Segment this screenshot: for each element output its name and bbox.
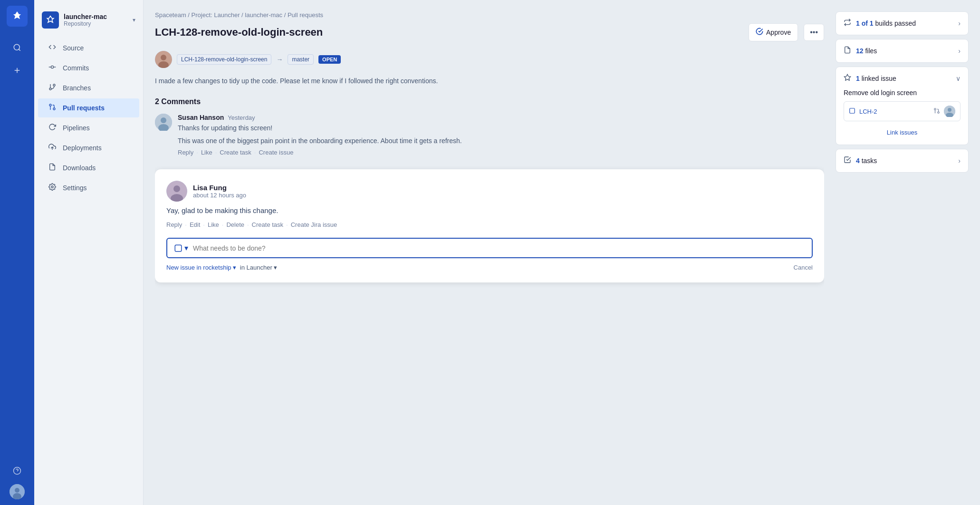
sidebar-item-branches[interactable]: Branches — [38, 78, 139, 97]
approve-check-icon — [756, 28, 763, 37]
sidebar-label-downloads: Downloads — [63, 164, 96, 172]
sidebar-label-settings: Settings — [63, 184, 87, 192]
svg-point-3 — [15, 488, 19, 493]
comment-time-lisa: about 12 hours ago — [193, 192, 246, 199]
task-repo-selector[interactable]: in Launcher ▾ — [238, 264, 277, 271]
cancel-button[interactable]: Cancel — [794, 264, 813, 271]
linked-issue-chevron-icon[interactable]: ∨ — [956, 75, 961, 82]
builds-text: 1 of 1 builds passed — [856, 19, 916, 27]
pull-requests-icon — [48, 103, 57, 113]
main-content: Spaceteam / Project: Launcher / launcher… — [144, 0, 980, 505]
branches-icon — [48, 83, 57, 93]
task-chevron-icon: ▾ — [184, 243, 188, 252]
approve-button[interactable]: Approve — [749, 23, 798, 41]
task-project-selector[interactable]: New issue in rocketship ▾ — [166, 264, 236, 271]
reply-action[interactable]: Reply — [178, 149, 193, 156]
pr-status-badge: OPEN — [318, 55, 341, 64]
sidebar-label-source: Source — [63, 44, 84, 52]
user-avatar-icon[interactable] — [10, 484, 25, 499]
tasks-chevron-icon: › — [958, 157, 961, 165]
pr-header: LCH-128-remove-old-login-screen Approve … — [155, 23, 824, 41]
add-icon[interactable] — [8, 61, 27, 80]
pr-author-avatar — [155, 51, 172, 68]
sidebar-item-settings[interactable]: Settings — [38, 178, 139, 197]
like-action[interactable]: Like — [201, 149, 212, 156]
comment-text-lisa: Yay, glad to be making this change. — [166, 206, 813, 214]
comment-text-1: Thanks for updating this screen! — [178, 123, 824, 133]
create-task-action[interactable]: Create task — [220, 149, 251, 156]
susan-avatar — [155, 114, 172, 131]
files-chevron-icon: › — [958, 47, 961, 55]
sidebar-label-commits: Commits — [63, 64, 89, 72]
settings-icon — [48, 183, 57, 193]
builds-card[interactable]: 1 of 1 builds passed › — [836, 11, 969, 35]
task-type-selector[interactable]: ▾ — [174, 243, 188, 252]
svg-point-12 — [49, 104, 51, 106]
svg-point-23 — [173, 185, 180, 192]
lisa-delete-action[interactable]: Delete — [226, 221, 244, 228]
comment-author-susan: Susan Hanson — [178, 114, 224, 121]
right-sidebar: 1 of 1 builds passed › 12 — [836, 11, 969, 494]
pr-title: LCH-128-remove-old-login-screen — [155, 26, 743, 39]
svg-point-27 — [938, 111, 940, 113]
repo-chevron-icon: ▾ — [133, 17, 135, 23]
svg-point-17 — [161, 55, 166, 60]
lisa-reply-action[interactable]: Reply — [166, 221, 182, 228]
svg-rect-25 — [175, 245, 182, 252]
pr-meta: LCH-128-remove-old-login-screen → master… — [155, 51, 824, 68]
task-project-chevron-icon: ▾ — [233, 264, 236, 271]
comment-author-lisa: Lisa Fung — [193, 184, 246, 192]
lisa-edit-action[interactable]: Edit — [190, 221, 200, 228]
link-issues-button[interactable]: Link issues — [844, 127, 961, 138]
lisa-like-action[interactable]: Like — [208, 221, 219, 228]
sidebar: launcher-mac Repository ▾ Source Commits… — [34, 0, 144, 505]
more-options-button[interactable]: ••• — [804, 24, 824, 41]
sidebar-item-source[interactable]: Source — [38, 39, 139, 58]
comment-actions-susan: Reply · Like · Create task · Create issu… — [178, 149, 824, 156]
files-text: 12 files — [856, 47, 877, 55]
issue-merge-icon — [933, 107, 940, 116]
svg-point-15 — [51, 186, 53, 188]
linked-issue-text: 1 linked issue — [856, 75, 896, 82]
tasks-card[interactable]: 4 tasks › — [836, 149, 969, 173]
sidebar-item-deployments[interactable]: Deployments — [38, 138, 139, 157]
repo-type: Repository — [64, 20, 128, 27]
lisa-create-task-action[interactable]: Create task — [252, 221, 283, 228]
svg-point-20 — [161, 117, 166, 123]
breadcrumb: Spaceteam / Project: Launcher / launcher… — [155, 11, 824, 19]
pipelines-icon — [48, 123, 57, 133]
sidebar-label-pipelines: Pipelines — [63, 124, 90, 132]
builds-icon — [844, 19, 851, 28]
issue-ref-id: LCH-2 — [859, 108, 930, 115]
create-issue-action[interactable]: Create issue — [259, 149, 293, 156]
repo-icon — [42, 11, 59, 29]
sidebar-item-commits[interactable]: Commits — [38, 58, 139, 78]
sidebar-label-deployments: Deployments — [63, 144, 102, 152]
svg-point-31 — [948, 108, 951, 112]
sidebar-item-downloads[interactable]: Downloads — [38, 158, 139, 177]
commits-icon — [48, 63, 57, 73]
task-meta-line: New issue in rocketship ▾ in Launcher ▾ … — [166, 264, 813, 271]
linked-issue-icon — [844, 74, 851, 83]
search-icon[interactable] — [8, 38, 27, 57]
task-input-area: ▾ — [166, 238, 813, 258]
sidebar-label-pull-requests: Pull requests — [63, 104, 105, 112]
issue-ref-icon — [849, 107, 855, 116]
files-card[interactable]: 12 files › — [836, 39, 969, 63]
lisa-create-jira-action[interactable]: Create Jira issue — [291, 221, 337, 228]
task-input-field[interactable] — [193, 244, 805, 252]
linked-issue-card: 1 linked issue ∨ Remove old login screen — [836, 67, 969, 145]
comment-card-lisa: Lisa Fung about 12 hours ago Yay, glad t… — [155, 169, 824, 282]
tasks-icon — [844, 156, 851, 165]
repo-selector[interactable]: launcher-mac Repository ▾ — [34, 8, 143, 38]
help-icon[interactable] — [8, 461, 27, 480]
comment-actions-lisa: Reply · Edit · Like · Delete · Create ta… — [166, 221, 813, 228]
comment-time-susan: Yesterday — [228, 114, 255, 121]
task-project-label: New issue in rocketship — [166, 264, 231, 271]
source-branch-badge: LCH-128-remove-old-login-screen — [177, 54, 271, 65]
svg-point-5 — [51, 66, 53, 68]
repo-name: launcher-mac — [64, 13, 128, 20]
app-logo[interactable] — [7, 6, 28, 27]
sidebar-item-pull-requests[interactable]: Pull requests — [38, 98, 139, 117]
sidebar-item-pipelines[interactable]: Pipelines — [38, 118, 139, 137]
